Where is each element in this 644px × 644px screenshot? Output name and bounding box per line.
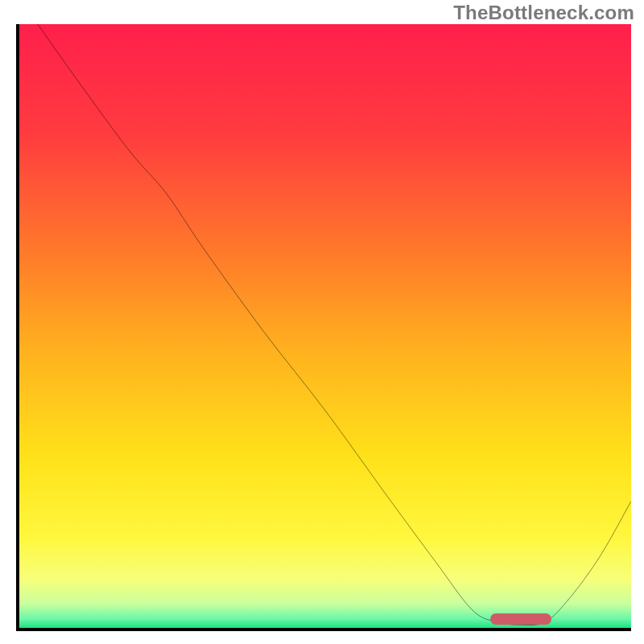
optimal-range-marker <box>490 613 551 625</box>
plot-area <box>16 24 631 631</box>
chart-container: TheBottleneck.com <box>0 0 644 644</box>
bottleneck-curve <box>19 24 631 628</box>
attribution-text: TheBottleneck.com <box>453 2 634 24</box>
